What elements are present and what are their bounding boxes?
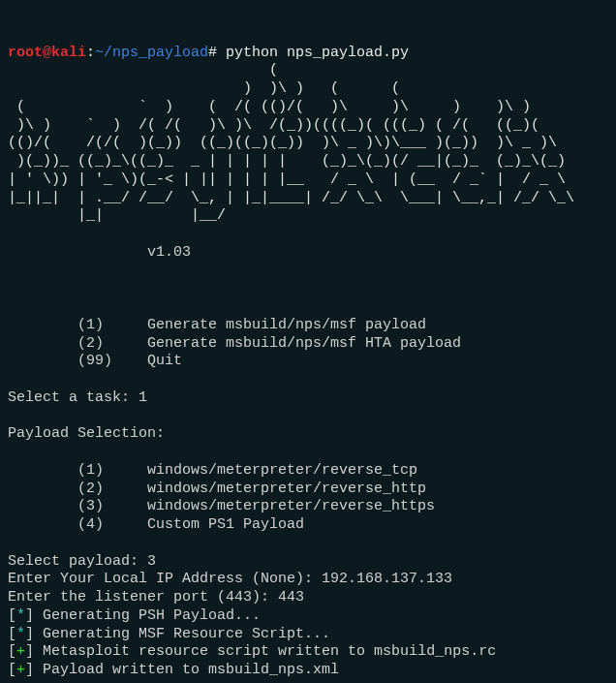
status-symbol: *: [16, 607, 25, 624]
prompt-path: ~/nps_payload: [95, 45, 208, 61]
status-symbol: *: [16, 626, 25, 642]
payload-item: (2): [77, 481, 104, 497]
ascii-banner: ( ) )\ ) ( ( ( ` ) ( /( (()/( )\ )\ ) )\…: [8, 62, 574, 224]
menu-item: (2): [77, 335, 104, 352]
status-line: [: [8, 626, 16, 642]
status-text: Generating MSF Resource Script...: [43, 626, 330, 642]
port-prompt: Enter the listener port (443):: [8, 589, 278, 605]
status-text: Metasploit resource script written to ms…: [43, 643, 496, 660]
menu-label: Generate msbuild/nps/msf HTA payload: [147, 335, 461, 352]
status-line: [: [8, 643, 16, 660]
payload-label: Custom PS1 Payload: [147, 516, 304, 533]
select-task-prompt: Select a task:: [8, 389, 139, 406]
status-line: [: [8, 662, 16, 678]
payload-item: (4): [77, 516, 104, 533]
ip-prompt: Enter Your Local IP Address (None):: [8, 571, 322, 587]
payload-header: Payload Selection:: [8, 425, 165, 442]
select-payload-prompt: Select payload:: [8, 553, 147, 570]
payload-item: (3): [77, 498, 104, 514]
select-payload-value[interactable]: 3: [147, 553, 156, 570]
menu-label: Quit: [147, 353, 182, 369]
menu-item: (1): [77, 317, 104, 333]
status-line: [: [8, 607, 16, 624]
version-text: v1.03: [147, 244, 191, 261]
payload-label: windows/meterpreter/reverse_http: [147, 481, 426, 497]
payload-label: windows/meterpreter/reverse_https: [147, 498, 435, 514]
menu-label: Generate msbuild/nps/msf payload: [147, 317, 426, 333]
status-symbol: +: [16, 643, 25, 660]
prompt-user: root@kali: [8, 45, 86, 61]
terminal-output: root@kali:~/nps_payload# python nps_payl…: [8, 45, 574, 679]
port-value[interactable]: 443: [278, 589, 304, 605]
status-text: Generating PSH Payload...: [43, 607, 261, 624]
status-text: Payload written to msbuild_nps.xml: [43, 662, 339, 678]
command-text: python nps_payload.py: [226, 45, 409, 61]
ip-value[interactable]: 192.168.137.133: [322, 571, 452, 587]
status-symbol: +: [16, 662, 25, 678]
prompt-sep2: #: [208, 45, 217, 61]
menu-item: (99): [77, 353, 112, 369]
payload-label: windows/meterpreter/reverse_tcp: [147, 462, 417, 479]
prompt-sep1: :: [86, 45, 95, 61]
payload-item: (1): [77, 462, 104, 479]
select-task-value[interactable]: 1: [139, 389, 147, 406]
